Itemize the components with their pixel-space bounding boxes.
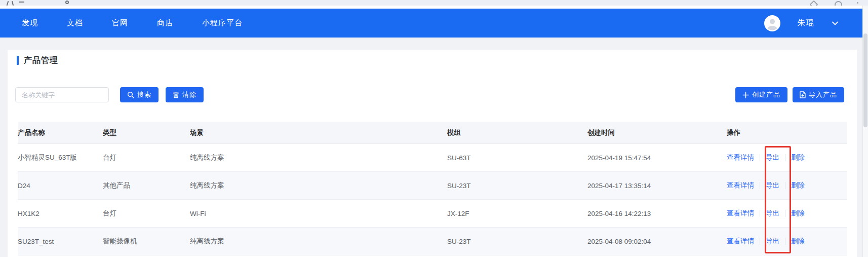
clear-button-label: 清除 (182, 90, 196, 99)
keyword-search-input[interactable] (15, 87, 109, 102)
search-button-label: 搜索 (137, 90, 151, 99)
cell-created-time: 2025-04-17 13:35:14 (587, 182, 727, 190)
delete-link[interactable]: 删除 (791, 181, 805, 190)
export-link[interactable]: 导出 (766, 181, 779, 190)
chevron-down-icon[interactable] (831, 19, 839, 27)
chrome-text-fragment (19, 2, 24, 3)
delete-link[interactable]: 删除 (791, 209, 805, 218)
delete-link[interactable]: 删除 (791, 237, 805, 246)
cell-scene: 纯离线方案 (190, 181, 447, 190)
cell-type: 其他产品 (103, 181, 190, 190)
column-header-created-time: 创建时间 (587, 128, 727, 137)
nav-item-miniprogram-platform[interactable]: 小程序平台 (202, 18, 243, 28)
chrome-text-fragment (7, 1, 9, 6)
import-product-button[interactable]: 导入产品 (793, 87, 844, 102)
cell-created-time: 2025-04-19 15:47:54 (587, 154, 727, 162)
plus-icon (742, 92, 749, 98)
user-avatar-icon[interactable] (764, 15, 780, 31)
cell-actions: 查看详情 导出 删除 (727, 153, 847, 162)
vertical-scrollbar[interactable] (862, 6, 868, 257)
cell-type: 智能摄像机 (103, 237, 190, 246)
chrome-profile-icon (835, 1, 842, 6)
chrome-text-fragment (12, 1, 14, 6)
column-header-scene: 场景 (190, 128, 447, 137)
export-link[interactable]: 导出 (766, 153, 779, 162)
export-link[interactable]: 导出 (766, 237, 779, 246)
export-link[interactable]: 导出 (766, 209, 779, 218)
cell-type: 台灯 (103, 209, 190, 218)
action-divider (760, 182, 760, 189)
user-menu[interactable]: 朱琨 (764, 9, 839, 38)
view-details-link[interactable]: 查看详情 (727, 153, 754, 162)
cell-created-time: 2025-04-16 14:22:13 (587, 210, 727, 217)
create-product-button[interactable]: 创建产品 (735, 87, 787, 102)
cell-actions: 查看详情 导出 删除 (727, 181, 847, 190)
cell-scene: 纯离线方案 (190, 153, 447, 162)
action-divider (760, 154, 760, 161)
cell-scene: 纯离线方案 (190, 237, 447, 246)
table-action-buttons: 创建产品 导入产品 (735, 87, 844, 102)
action-divider (785, 210, 785, 217)
cell-module: SU-63T (447, 154, 587, 162)
cell-module: SU-23T (447, 182, 587, 190)
table-row: SU23T_test 智能摄像机 纯离线方案 SU-23T 2025-04-08… (18, 228, 847, 255)
page-title: 产品管理 (24, 55, 58, 66)
table-row: D24 其他产品 纯离线方案 SU-23T 2025-04-17 13:35:1… (18, 172, 847, 200)
cell-scene: Wi-Fi (190, 210, 447, 217)
browser-chrome-strip (0, 0, 868, 6)
cell-module: SU-23T (447, 238, 587, 245)
view-details-link[interactable]: 查看详情 (727, 209, 754, 218)
chrome-menu-icon (857, 2, 858, 4)
cell-product-name: HX1K2 (18, 210, 103, 217)
search-button[interactable]: 搜索 (120, 87, 159, 102)
title-accent-bar (17, 56, 19, 65)
nav-item-discover[interactable]: 发现 (22, 18, 38, 28)
cell-actions: 查看详情 导出 删除 (727, 209, 847, 218)
user-name[interactable]: 朱琨 (798, 18, 814, 28)
cell-created-time: 2025-04-08 09:02:04 (587, 238, 727, 245)
column-header-type: 类型 (103, 128, 190, 137)
filter-toolbar: 搜索 清除 创建产品 (15, 87, 844, 102)
nav-item-store[interactable]: 商店 (157, 18, 173, 28)
nav-item-docs[interactable]: 文档 (67, 18, 83, 28)
top-navbar: 发现 文档 官网 商店 小程序平台 朱琨 (0, 9, 863, 38)
column-header-product-name: 产品名称 (18, 128, 103, 137)
column-header-module: 模组 (447, 128, 587, 137)
nav-item-official-site[interactable]: 官网 (112, 18, 128, 28)
product-management-card: 产品管理 搜索 清除 (8, 50, 857, 257)
import-file-icon (800, 91, 806, 98)
cell-module: JX-12F (447, 210, 587, 217)
action-divider (785, 182, 785, 189)
chrome-text-fragment (65, 1, 69, 4)
create-product-label: 创建产品 (752, 90, 780, 99)
view-details-link[interactable]: 查看详情 (727, 181, 754, 190)
action-divider (785, 238, 785, 245)
table-header-row: 产品名称 类型 场景 模组 创建时间 操作 (18, 122, 847, 144)
trash-icon (173, 91, 179, 98)
products-table: 产品名称 类型 场景 模组 创建时间 操作 小智精灵SU_63T版 台灯 纯离线… (18, 122, 847, 255)
cell-product-name: SU23T_test (18, 238, 103, 245)
cell-product-name: 小智精灵SU_63T版 (18, 153, 103, 162)
table-row: HX1K2 台灯 Wi-Fi JX-12F 2025-04-16 14:22:1… (18, 200, 847, 228)
view-details-link[interactable]: 查看详情 (727, 237, 754, 246)
search-icon (127, 91, 134, 98)
scrollbar-thumb[interactable] (863, 33, 867, 127)
action-divider (760, 238, 760, 245)
delete-link[interactable]: 删除 (791, 153, 805, 162)
page-header: 产品管理 (17, 55, 857, 66)
cell-product-name: D24 (18, 182, 103, 190)
clear-button[interactable]: 清除 (166, 87, 204, 102)
nav-menu: 发现 文档 官网 商店 小程序平台 (0, 18, 271, 28)
chrome-bookmark-icon (810, 1, 818, 6)
cell-actions: 查看详情 导出 删除 (727, 237, 847, 246)
cell-type: 台灯 (103, 153, 190, 162)
action-divider (760, 210, 760, 217)
table-row: 小智精灵SU_63T版 台灯 纯离线方案 SU-63T 2025-04-19 1… (18, 144, 847, 172)
column-header-actions: 操作 (727, 128, 847, 137)
import-product-label: 导入产品 (809, 90, 837, 99)
action-divider (785, 154, 785, 161)
